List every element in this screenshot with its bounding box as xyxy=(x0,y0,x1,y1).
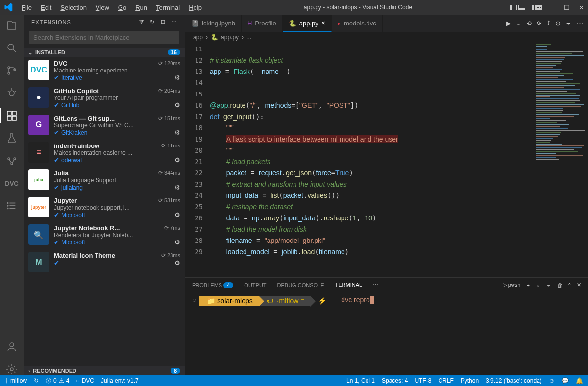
menu-run[interactable]: Run xyxy=(131,2,151,13)
gear-icon[interactable]: ⚙ xyxy=(174,259,180,266)
maximize-button[interactable]: ☐ xyxy=(564,4,570,11)
search-input[interactable] xyxy=(29,31,179,44)
go-back-icon[interactable]: ⟲ xyxy=(526,20,532,27)
breadcrumb[interactable]: app › 🐍app.py › ... xyxy=(185,32,588,43)
editor-tab[interactable]: ▸models.dvc xyxy=(332,15,383,32)
gear-icon[interactable]: ⚙ xyxy=(174,239,180,246)
minimap[interactable] xyxy=(534,43,588,277)
explorer-icon[interactable] xyxy=(6,20,18,31)
status-dvc[interactable]: ○ DVC xyxy=(76,377,94,384)
editor-tab[interactable]: 📓icking.ipynb xyxy=(185,15,242,32)
panel-tab-debug[interactable]: DEBUG CONSOLE xyxy=(277,280,324,290)
svg-point-5 xyxy=(9,91,14,96)
status-encoding[interactable]: UTF-8 xyxy=(415,377,431,384)
debug-icon[interactable] xyxy=(6,87,18,99)
extension-item[interactable]: M Material Icon Theme⟳ 23ms ✔⚙ xyxy=(24,249,185,275)
menu-file[interactable]: File xyxy=(18,2,36,13)
refresh-icon[interactable]: ↻ xyxy=(150,19,155,25)
menu-edit[interactable]: Edit xyxy=(37,2,55,13)
trash-icon[interactable]: 🗑 xyxy=(557,282,563,288)
code-content[interactable]: # instantiate flask object app = Flask(_… xyxy=(210,43,534,277)
terminal[interactable]: ○ 📁 solar-mlops 🏷 ᚿmlflow ≡ ⚡ dvc repro xyxy=(185,292,588,375)
layout-right-icon[interactable] xyxy=(527,5,534,10)
gear-icon[interactable]: ⚙ xyxy=(174,74,180,81)
editor-tab[interactable]: 🐍app.py× xyxy=(283,15,332,32)
menu-terminal[interactable]: Terminal xyxy=(152,2,184,13)
panel-tab-output[interactable]: OUTPUT xyxy=(244,280,266,290)
settings-icon[interactable] xyxy=(6,363,18,375)
clear-icon[interactable]: ⊟ xyxy=(161,19,166,25)
menu-go[interactable]: Go xyxy=(114,2,130,13)
list-icon[interactable] xyxy=(6,200,18,212)
status-bar: ᚿ mlflow ↻ ⓧ 0 ⚠ 4 ○ DVC Julia env: v1.7… xyxy=(0,375,588,386)
menu-help[interactable]: Help xyxy=(185,2,206,13)
dropdown-icon[interactable]: ⌄ xyxy=(536,282,540,288)
more-icon[interactable]: ⋯ xyxy=(172,19,177,25)
gear-icon[interactable]: ⚙ xyxy=(174,101,180,109)
status-branch[interactable]: ᚿ mlflow xyxy=(5,377,27,384)
file-icon: 📓 xyxy=(191,20,199,27)
filter-icon[interactable]: ⧩ xyxy=(139,19,144,25)
new-terminal-icon[interactable]: + xyxy=(526,282,529,288)
editor-tab[interactable]: HProcfile xyxy=(242,15,283,32)
close-button[interactable]: ✕ xyxy=(579,4,584,11)
close-icon[interactable]: × xyxy=(321,19,325,27)
status-language[interactable]: Python xyxy=(461,377,479,384)
account-icon[interactable] xyxy=(6,341,18,353)
bottom-panel: PROBLEMS 4 OUTPUT DEBUG CONSOLE TERMINAL… xyxy=(185,277,588,375)
maximize-panel-icon[interactable]: ^ xyxy=(568,282,571,288)
svg-point-13 xyxy=(8,158,10,160)
connections-icon[interactable] xyxy=(6,155,18,167)
more-icon[interactable]: ⋯ xyxy=(577,20,583,27)
status-feedback-icon[interactable]: ☺ xyxy=(549,377,555,384)
debug-icon[interactable]: ⊙ xyxy=(555,20,561,27)
panel-tab-problems[interactable]: PROBLEMS 4 xyxy=(192,280,233,290)
status-eol[interactable]: CRLF xyxy=(438,377,453,384)
installed-header[interactable]: ⌄ INSTALLED 16 xyxy=(24,48,185,57)
gear-icon[interactable]: ⚙ xyxy=(174,184,180,191)
status-line-col[interactable]: Ln 1, Col 1 xyxy=(346,377,375,384)
extension-item[interactable]: ● GitHub Copilot⟳ 204ms Your AI pair pro… xyxy=(24,84,185,112)
status-errors[interactable]: ⓧ 0 ⚠ 4 xyxy=(46,377,69,385)
extension-item[interactable]: G GitLens — Git sup...⟳ 151ms Supercharg… xyxy=(24,112,185,139)
status-python-env[interactable]: 3.9.12 ('base': conda) xyxy=(486,377,542,384)
layout-grid-icon[interactable] xyxy=(535,5,542,10)
editor-area: 📓icking.ipynbHProcfile🐍app.py×▸models.dv… xyxy=(185,15,588,375)
status-julia[interactable]: Julia env: v1.7 xyxy=(101,377,139,384)
layout-left-icon[interactable] xyxy=(510,5,517,10)
terminal-shell-label[interactable]: ▷ pwsh xyxy=(503,282,521,288)
gear-icon[interactable]: ⚙ xyxy=(174,211,180,218)
dvc-icon[interactable]: DVC xyxy=(6,177,18,189)
run-icon[interactable]: ▶ xyxy=(506,20,511,27)
split-terminal-icon[interactable]: ⫟ xyxy=(546,282,551,288)
more-icon[interactable]: ⋯ xyxy=(373,282,378,288)
status-spaces[interactable]: Spaces: 4 xyxy=(382,377,408,384)
layout-controls[interactable] xyxy=(510,5,542,10)
extension-item[interactable]: DVC DVC⟳ 120ms Machine learning experime… xyxy=(24,57,185,84)
minimize-button[interactable]: — xyxy=(549,4,555,11)
extension-item[interactable]: jupyter Jupyter⟳ 531ms Jupyter notebook … xyxy=(24,194,185,221)
search-icon[interactable] xyxy=(6,42,18,54)
menu-selection[interactable]: Selection xyxy=(56,2,90,13)
source-control-icon[interactable] xyxy=(6,65,18,76)
gear-icon[interactable]: ⚙ xyxy=(174,156,180,164)
extensions-icon[interactable] xyxy=(6,110,18,121)
split-editor-icon[interactable]: ⫟ xyxy=(565,20,572,27)
layout-bottom-icon[interactable] xyxy=(518,5,525,10)
recommended-header[interactable]: › RECOMMENDED 8 xyxy=(24,366,185,375)
go-forward-icon[interactable]: ⟳ xyxy=(537,20,542,27)
run-dropdown-icon[interactable]: ⌄ xyxy=(516,20,521,27)
status-bell-icon[interactable]: 🔔 xyxy=(576,377,583,384)
close-panel-icon[interactable]: ✕ xyxy=(577,282,581,288)
gear-icon[interactable]: ⚙ xyxy=(174,129,180,136)
status-sync[interactable]: ↻ xyxy=(34,377,39,384)
step-icon[interactable]: ⤴ xyxy=(547,20,550,27)
flask-icon[interactable] xyxy=(6,132,18,144)
extension-item[interactable]: ≡ indent-rainbow⟳ 11ms Makes indentation… xyxy=(24,139,185,167)
menu-view[interactable]: View xyxy=(92,2,113,13)
extension-item[interactable]: 🔍 Jupyter Notebook R...⟳ 7ms Renderers f… xyxy=(24,221,185,249)
verified-icon: ✔ xyxy=(54,259,59,266)
status-comment-icon[interactable]: 💬 xyxy=(562,377,569,384)
extension-item[interactable]: julia Julia⟳ 344ms Julia Language Suppor… xyxy=(24,167,185,194)
panel-tab-terminal[interactable]: TERMINAL xyxy=(335,280,363,290)
